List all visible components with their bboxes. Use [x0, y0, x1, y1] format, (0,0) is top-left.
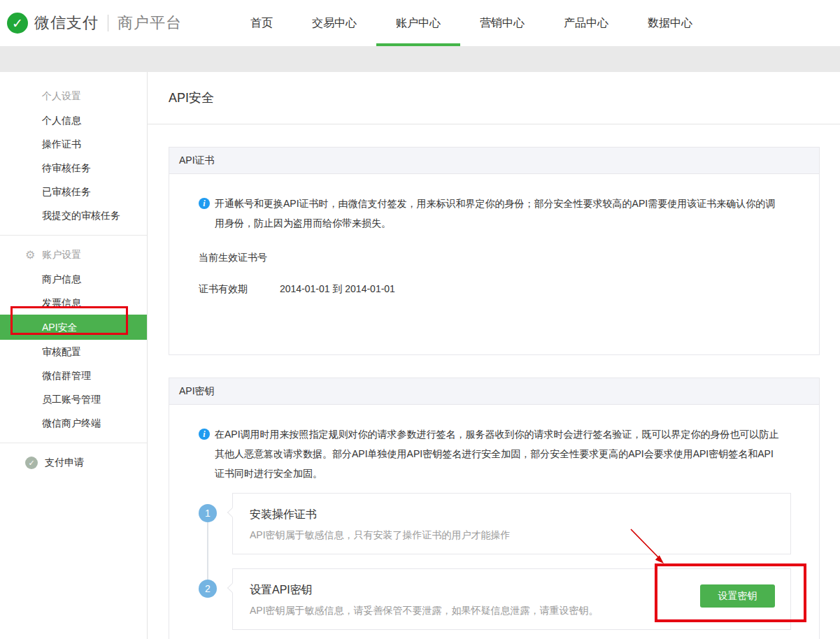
section-title: 账户设置: [42, 249, 81, 261]
main-nav: 首页 交易中心 账户中心 营销中心 产品中心 数据中心: [231, 0, 712, 46]
sidebar-item-wechat-group-mgmt[interactable]: 微信群管理: [0, 364, 147, 387]
sidebar-item-personal-info[interactable]: 个人信息: [0, 108, 147, 132]
current-cert-label: 当前生效证书号: [199, 252, 267, 263]
sidebar-item-wechat-merchant-terminal[interactable]: 微信商户终端: [0, 411, 147, 435]
brand: ✓ 微信支付 商户平台: [7, 13, 182, 34]
nav-data-center[interactable]: 数据中心: [628, 0, 712, 46]
sidebar-item-staff-account-mgmt[interactable]: 员工账号管理: [0, 387, 147, 411]
certificate-info-text: 开通帐号和更换API证书时，由微信支付签发，用来标识和界定你的身份；部分安全性要…: [215, 194, 781, 233]
gear-icon: ⚙: [25, 250, 35, 261]
page-title: API安全: [169, 89, 214, 106]
step-1-desc: API密钥属于敏感信息，只有安装了操作证书的用户才能操作: [250, 529, 776, 541]
api-key-info: i 在API调用时用来按照指定规则对你的请求参数进行签名，服务器收到你的请求时会…: [169, 424, 819, 483]
step-1-badge: 1: [199, 504, 217, 522]
sidebar-divider: [0, 443, 147, 443]
sidebar-item-invoice-info[interactable]: 发票信息: [0, 291, 147, 315]
step-2-box: 设置API密钥 API密钥属于敏感信息，请妥善保管不要泄露，如果怀疑信息泄露，请…: [232, 568, 791, 630]
step-install-cert: 1 安装操作证书 API密钥属于敏感信息，只有安装了操作证书的用户才能操作: [169, 493, 819, 554]
nav-transaction-center[interactable]: 交易中心: [292, 0, 376, 46]
brand-separator: [108, 15, 108, 31]
card-title: API密钥: [179, 385, 215, 398]
certificate-info: i 开通帐号和更换API证书时，由微信支付签发，用来标识和界定你的身份；部分安全…: [169, 194, 819, 233]
cert-validity-row: 证书有效期 2014-01-01 到 2014-01-01: [169, 283, 819, 354]
chat-bubble-icon: ✓: [25, 457, 38, 469]
step-2-desc: API密钥属于敏感信息，请妥善保管不要泄露，如果怀疑信息泄露，请重设密钥。: [250, 604, 776, 617]
sidebar-item-merchant-info[interactable]: 商户信息: [0, 267, 147, 291]
api-key-card-header: API密钥: [169, 378, 819, 405]
nav-account-center[interactable]: 账户中心: [376, 0, 460, 46]
grid-icon: [25, 92, 35, 101]
cert-validity-value: 2014-01-01 到 2014-01-01: [280, 283, 395, 294]
step-notch: [227, 583, 237, 593]
set-key-button[interactable]: 设置密钥: [700, 584, 775, 608]
section-title: 支付申请: [45, 457, 84, 469]
page-header: API安全: [148, 72, 840, 124]
sidebar-section-payment-application[interactable]: ✓ 支付申请: [0, 451, 147, 475]
nav-marketing-center[interactable]: 营销中心: [460, 0, 544, 46]
api-certificate-card: API证书 i 开通帐号和更换API证书时，由微信支付签发，用来标识和界定你的身…: [169, 147, 820, 355]
sidebar-divider: [0, 235, 147, 236]
step-2-title: 设置API密钥: [250, 582, 776, 598]
step-1-box: 安装操作证书 API密钥属于敏感信息，只有安装了操作证书的用户才能操作: [232, 493, 791, 554]
header-gray-band: [0, 46, 840, 72]
api-certificate-card-header: API证书: [169, 148, 819, 174]
brand-portal-name: 商户平台: [118, 13, 182, 34]
top-bar: ✓ 微信支付 商户平台 首页 交易中心 账户中心 营销中心 产品中心 数据中心: [0, 0, 840, 46]
card-title: API证书: [179, 155, 215, 167]
cert-validity-label: 证书有效期: [199, 283, 248, 294]
setup-steps: 1 安装操作证书 API密钥属于敏感信息，只有安装了操作证书的用户才能操作 2: [169, 483, 819, 639]
api-key-info-text: 在API调用时用来按照指定规则对你的请求参数进行签名，服务器收到你的请求时会进行…: [215, 424, 781, 483]
section-title: 个人设置: [42, 90, 81, 103]
sidebar-section-account-settings: ⚙ 账户设置: [0, 243, 147, 267]
nav-product-center[interactable]: 产品中心: [544, 0, 628, 46]
sidebar: 个人设置 个人信息 操作证书 待审核任务 已审核任务 我提交的审核任务 ⚙ 账户…: [0, 72, 148, 639]
sidebar-item-my-submitted-tasks[interactable]: 我提交的审核任务: [0, 203, 147, 227]
content-area: 个人设置 个人信息 操作证书 待审核任务 已审核任务 我提交的审核任务 ⚙ 账户…: [0, 72, 840, 639]
wechat-pay-logo-icon: ✓: [7, 13, 28, 34]
nav-home[interactable]: 首页: [231, 0, 292, 46]
step-set-api-key: 2 设置API密钥 API密钥属于敏感信息，请妥善保管不要泄露，如果怀疑信息泄露…: [169, 568, 819, 630]
info-icon: i: [199, 429, 210, 440]
step-2-badge: 2: [199, 580, 217, 598]
info-icon: i: [199, 198, 210, 209]
brand-name: 微信支付: [34, 13, 99, 34]
step-1-title: 安装操作证书: [250, 507, 776, 522]
sidebar-item-api-security[interactable]: API安全: [0, 315, 147, 340]
sidebar-section-personal-settings: 个人设置: [0, 85, 147, 108]
sidebar-item-pending-review-tasks[interactable]: 待审核任务: [0, 156, 147, 180]
api-key-card: API密钥 i 在API调用时用来按照指定规则对你的请求参数进行签名，服务器收到…: [169, 378, 820, 639]
step-notch: [227, 508, 237, 517]
current-cert-row: 当前生效证书号: [169, 252, 819, 264]
main-panel: API安全 API证书 i 开通帐号和更换API证书时，由微信支付签发，用来标识…: [148, 72, 840, 639]
sidebar-item-operation-cert[interactable]: 操作证书: [0, 132, 147, 156]
sidebar-item-reviewed-tasks[interactable]: 已审核任务: [0, 180, 147, 203]
sidebar-item-review-config[interactable]: 审核配置: [0, 340, 147, 364]
